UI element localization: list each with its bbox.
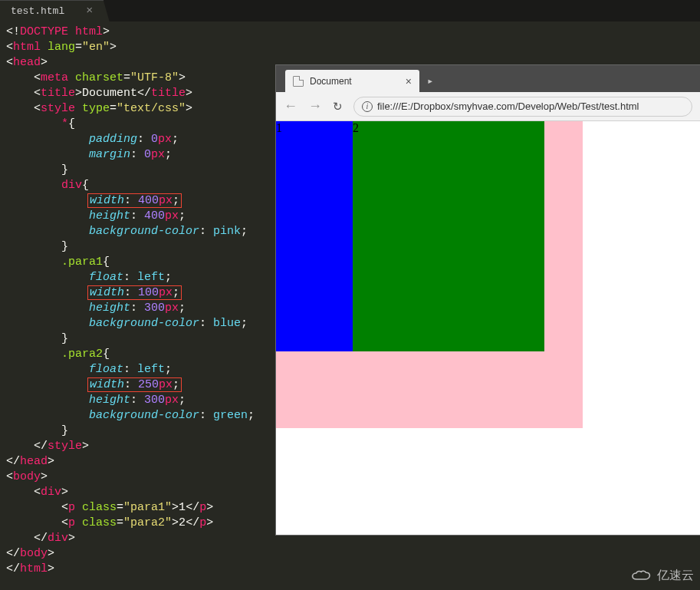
code-text: <	[6, 87, 41, 100]
code-text	[75, 501, 82, 514]
code-text	[6, 194, 89, 207]
code-text: </	[137, 87, 151, 100]
code-text: >	[186, 102, 192, 115]
code-text	[6, 378, 89, 391]
close-icon[interactable]: ×	[406, 75, 412, 87]
code-text: width	[90, 378, 124, 391]
highlight-box: width: 400px;	[87, 193, 182, 208]
code-text: }	[6, 424, 68, 437]
highlight-box: width: 250px;	[87, 377, 182, 392]
new-tab-icon[interactable]: ▸	[419, 74, 441, 87]
info-icon[interactable]: i	[362, 101, 373, 112]
code-text: background-color	[89, 409, 199, 422]
code-text: >	[48, 547, 54, 560]
browser-viewport: 1 2	[276, 121, 700, 428]
code-text: ;	[248, 409, 255, 422]
code-text: >	[82, 440, 89, 453]
code-text	[6, 148, 89, 161]
code-text: :	[199, 225, 213, 238]
reload-icon[interactable]: ↻	[333, 100, 343, 114]
code-text: left	[137, 363, 165, 376]
url-bar[interactable]: i file:///E:/Dropbox/smyhvae.com/Develop…	[353, 97, 692, 117]
code-text: >	[110, 41, 117, 54]
code-text: px	[159, 286, 173, 299]
code-text: >	[103, 25, 110, 38]
code-text	[6, 394, 89, 407]
code-text: </	[6, 547, 20, 560]
code-text: </	[6, 455, 20, 468]
code-text: <	[6, 486, 41, 499]
browser-window: Document × ▸ ← → ↻ i file:///E:/Dropbox/…	[276, 65, 700, 535]
code-text: </	[6, 440, 48, 453]
code-text: 300	[144, 302, 165, 315]
code-text	[6, 271, 89, 284]
code-text: padding	[89, 133, 137, 146]
code-text	[6, 363, 89, 376]
code-text: .para2	[61, 348, 103, 361]
browser-tab[interactable]: Document ×	[285, 70, 419, 92]
code-text	[75, 516, 82, 529]
code-text: {	[103, 348, 110, 361]
code-text	[6, 133, 89, 146]
code-text: "en"	[82, 41, 110, 54]
code-text: <	[6, 470, 13, 483]
code-text: ;	[179, 209, 186, 222]
code-text: </	[186, 516, 199, 529]
code-text: <!	[6, 25, 20, 38]
code-text	[6, 209, 89, 222]
file-icon	[293, 76, 304, 87]
code-text: =	[123, 71, 130, 84]
code-text: style	[48, 440, 82, 453]
code-text: :	[130, 209, 144, 222]
code-text	[75, 102, 82, 115]
code-text: {	[68, 117, 75, 130]
code-text: class	[82, 516, 117, 529]
code-text: float	[89, 363, 123, 376]
rendered-para2: 2	[353, 121, 544, 351]
code-text: >	[41, 470, 48, 483]
tab-label: test.html	[11, 5, 64, 17]
code-text: :	[123, 363, 137, 376]
code-text: ;	[165, 363, 172, 376]
code-text: meta	[41, 71, 68, 84]
code-text: :	[124, 378, 138, 391]
code-text: <	[6, 102, 41, 115]
code-text: {	[82, 179, 89, 192]
code-text: >	[48, 562, 54, 575]
code-text: width	[90, 194, 124, 207]
code-text: <	[6, 71, 41, 84]
code-text: title	[151, 87, 186, 100]
forward-icon[interactable]: →	[308, 98, 322, 114]
code-text: charset	[75, 71, 123, 84]
code-text: =	[75, 41, 82, 54]
editor-tab[interactable]: test.html ×	[0, 0, 104, 21]
url-text: file:///E:/Dropbox/smyhvae.com/Develop/W…	[377, 101, 639, 112]
code-text: html	[13, 41, 41, 54]
code-text: =	[117, 501, 123, 514]
code-text: head	[13, 56, 41, 69]
cloud-icon	[629, 569, 654, 583]
code-text: ;	[173, 286, 179, 299]
code-text: height	[89, 209, 130, 222]
rendered-para1: 1	[276, 121, 353, 351]
code-text	[68, 71, 75, 84]
code-text: <	[6, 56, 13, 69]
code-text: px	[159, 194, 173, 207]
code-text: :	[124, 286, 138, 299]
code-text: >	[186, 87, 192, 100]
back-icon[interactable]: ←	[284, 98, 297, 114]
editor-tab-bar: test.html ×	[0, 0, 700, 21]
code-text: :	[130, 148, 144, 161]
code-text: height	[89, 302, 130, 315]
code-text: body	[13, 470, 41, 483]
code-text: background-color	[89, 225, 199, 238]
code-text: {	[103, 255, 110, 269]
code-text: px	[158, 133, 172, 146]
code-text: px	[165, 302, 179, 315]
code-text: ;	[241, 317, 248, 330]
close-icon[interactable]: ×	[86, 5, 93, 18]
code-text: *	[61, 117, 68, 130]
rendered-div: 1 2	[276, 121, 583, 428]
code-text: :	[137, 133, 151, 146]
code-text: margin	[89, 148, 130, 161]
